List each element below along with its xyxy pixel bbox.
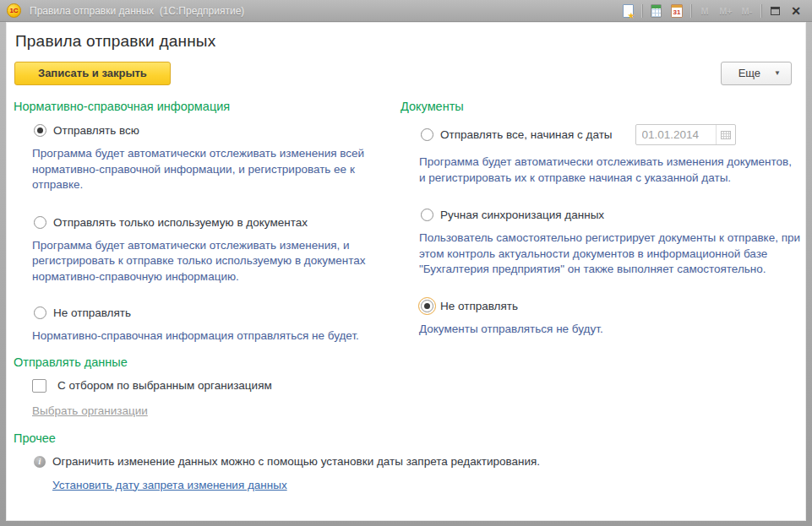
section-send-data: Отправлять данные С отбором по выбранным… bbox=[6, 355, 806, 418]
select-organizations-link[interactable]: Выбрать организации bbox=[32, 404, 148, 417]
info-row: i Ограничить изменение данных можно с по… bbox=[34, 455, 806, 468]
favorites-button[interactable] bbox=[620, 3, 635, 19]
docs-manual-sync-description: Пользователь самостоятельно регистрирует… bbox=[419, 230, 801, 278]
radio-docs-send-from-date[interactable]: Отправлять все, начиная с даты bbox=[421, 124, 806, 145]
close-button[interactable]: ✕ bbox=[788, 3, 804, 19]
nsi-send-all-description: Программа будет автоматически отслеживат… bbox=[32, 146, 397, 193]
titlebar-controls: 31 M M+ M- ✕ bbox=[620, 3, 812, 19]
section-header-nsi: Нормативно-справочная информация bbox=[14, 100, 401, 113]
window-title: Правила отправки данных (1С:Предприятие) bbox=[30, 5, 244, 17]
toolbar: Записать и закрыть Еще ▼ bbox=[6, 51, 806, 85]
docs-dont-send-description: Документы отправляться не будут. bbox=[419, 322, 801, 338]
section-nsi: Нормативно-справочная информация Отправл… bbox=[14, 100, 401, 344]
radio-icon bbox=[34, 306, 46, 319]
radio-docs-manual-sync[interactable]: Ручная синхронизация данных bbox=[421, 209, 806, 221]
more-button-label: Еще bbox=[738, 67, 760, 79]
chevron-down-icon: ▼ bbox=[774, 69, 781, 77]
memory-minus-button: M- bbox=[739, 3, 755, 19]
radio-icon bbox=[34, 124, 46, 137]
1c-logo-icon: 1С bbox=[7, 3, 21, 18]
titlebar-separator bbox=[641, 4, 642, 18]
maximize-icon bbox=[771, 7, 780, 15]
radio-label: Не отправлять bbox=[440, 300, 518, 312]
radio-label: Отправлять только используемую в докумен… bbox=[53, 216, 308, 229]
radio-nsi-send-all[interactable]: Отправлять всю bbox=[34, 124, 401, 137]
radio-icon bbox=[421, 300, 433, 312]
nsi-dont-send-description: Нормативно-справочная информация отправл… bbox=[32, 328, 397, 344]
section-header-send-data: Отправлять данные bbox=[14, 355, 806, 369]
docs-send-from-date-description: Программа будет автоматически отслеживат… bbox=[419, 155, 801, 186]
page-title: Правила отправки данных bbox=[6, 22, 806, 51]
calendar-icon: 31 bbox=[671, 4, 683, 18]
titlebar-separator bbox=[690, 4, 691, 18]
radio-label: Ручная синхронизация данных bbox=[440, 209, 604, 221]
set-restriction-date-link[interactable]: Установить дату запрета изменения данных bbox=[52, 479, 287, 491]
restriction-info-text: Ограничить изменение данных можно с помо… bbox=[52, 455, 540, 468]
page-star-icon bbox=[623, 4, 634, 18]
start-date-input[interactable] bbox=[636, 125, 716, 144]
calculator-icon bbox=[651, 4, 662, 18]
titlebar-separator bbox=[760, 4, 761, 18]
checkbox-icon bbox=[32, 379, 46, 393]
radio-nsi-only-used[interactable]: Отправлять только используемую в докумен… bbox=[34, 216, 401, 229]
checkbox-filter-by-organizations[interactable]: С отбором по выбранным организациям bbox=[32, 379, 806, 393]
radio-nsi-dont-send[interactable]: Не отправлять bbox=[34, 306, 401, 319]
form-content: Правила отправки данных Записать и закры… bbox=[6, 22, 806, 521]
calculator-button[interactable] bbox=[648, 3, 663, 19]
more-button[interactable]: Еще ▼ bbox=[721, 62, 792, 85]
radio-label: Не отправлять bbox=[53, 306, 131, 319]
radio-icon bbox=[421, 209, 433, 221]
two-column-area: Нормативно-справочная информация Отправл… bbox=[6, 85, 806, 344]
maximize-button[interactable] bbox=[767, 3, 782, 19]
memory-plus-button: M+ bbox=[718, 3, 733, 19]
save-and-close-button[interactable]: Записать и закрыть bbox=[14, 62, 171, 85]
section-header-documents: Документы bbox=[401, 100, 806, 113]
start-date-field bbox=[635, 124, 736, 145]
app-window: 1С Правила отправки данных (1С:Предприят… bbox=[0, 0, 812, 526]
calendar-button[interactable]: 31 bbox=[669, 3, 684, 19]
section-header-other: Прочее bbox=[14, 431, 806, 445]
titlebar: 1С Правила отправки данных (1С:Предприят… bbox=[0, 0, 812, 22]
section-other: Прочее i Ограничить изменение данных мож… bbox=[6, 431, 806, 492]
checkbox-label: С отбором по выбранным организациям bbox=[57, 379, 272, 392]
radio-label: Отправлять все, начиная с даты bbox=[440, 128, 613, 141]
info-icon: i bbox=[34, 456, 46, 468]
radio-icon bbox=[421, 128, 433, 141]
memory-recall-button: M bbox=[697, 3, 712, 19]
date-picker-button[interactable] bbox=[716, 125, 735, 144]
section-documents: Документы Отправлять все, начиная с даты… bbox=[401, 100, 806, 344]
radio-icon bbox=[34, 216, 46, 229]
radio-label: Отправлять всю bbox=[53, 124, 139, 137]
nsi-only-used-description: Программа будет автоматически отслеживат… bbox=[32, 238, 397, 285]
calendar-grid-icon bbox=[721, 131, 731, 139]
radio-docs-dont-send[interactable]: Не отправлять bbox=[421, 300, 806, 312]
